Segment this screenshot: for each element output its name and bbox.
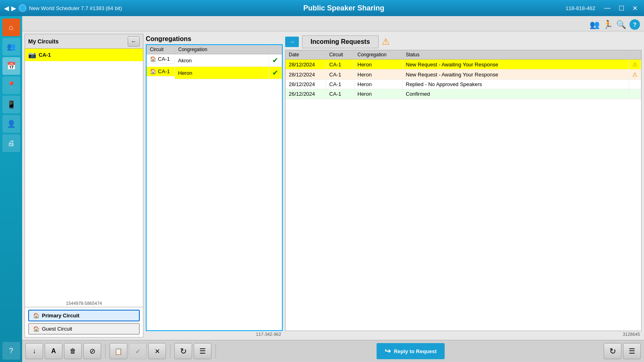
toolbar-add-btn[interactable]: A [45, 343, 62, 359]
primary-circuit-label: Primary Circuit [42, 313, 79, 319]
cong-row2-check: ✔ [269, 67, 282, 79]
globe-icon: 🌐 [19, 4, 27, 12]
toolbar-sep-3 [215, 344, 216, 358]
congregations-body[interactable]: Circuit Congregation 🏠 CA-1 Akron ✔ [146, 44, 283, 331]
center-title: Public Speaker Sharing [303, 4, 384, 12]
forward-button[interactable]: ▶ [11, 4, 16, 12]
sidebar-item-user[interactable]: 👤 [2, 115, 20, 133]
toolbar-x-btn[interactable]: ✕ [148, 343, 166, 359]
toolbar-sep-1 [105, 344, 106, 358]
cong-row2-name: Heron [175, 67, 269, 79]
top-search-icon-btn[interactable]: 🔍 [616, 20, 626, 29]
close-button[interactable]: ✕ [630, 4, 640, 13]
toolbar-delete-btn[interactable]: 🗑 [64, 343, 82, 359]
incoming-alert-icon: ⚠ [382, 37, 390, 47]
toolbar-card-btn[interactable]: 📋 [110, 343, 127, 359]
incoming-requests-body[interactable]: Date Circuit Congregation Status 28/12/2… [285, 50, 642, 331]
req-row3-circuit: CA-1 [326, 80, 354, 89]
circuit-item-ca1[interactable]: 📷 CA-1 [25, 49, 143, 61]
req-row3-date: 28/12/2024 [286, 80, 326, 89]
panels: My Circuits ← 📷 CA-1 1544978-5865474 🏠 P… [22, 31, 644, 340]
toolbar-section-2: 📋 ✓ ✕ [110, 343, 166, 359]
reply-btn-section: ↪ Reply to Request [220, 343, 601, 359]
sidebar-item-people[interactable]: 👥 [2, 38, 20, 56]
req-row3-warn [629, 80, 641, 89]
toolbar-right-section: ↻ ☰ [604, 343, 641, 359]
title-bar-right: 118-818-462 — ☐ ✕ [565, 4, 640, 13]
congregations-footer-id: 117-342-962 [146, 331, 283, 337]
sidebar-item-calendar[interactable]: 📅 [2, 57, 20, 75]
my-circuits-body: 📷 CA-1 [25, 49, 143, 300]
primary-circuit-btn[interactable]: 🏠 Primary Circuit [28, 310, 140, 321]
cong-row1-name: Akron [175, 54, 269, 67]
toolbar-down-btn[interactable]: ↓ [25, 343, 43, 359]
connection-id: 118-818-462 [565, 5, 595, 11]
col-header-status: Status [402, 50, 629, 60]
col-header-circuit: Circuit [147, 45, 175, 54]
sidebar-item-print[interactable]: 🖨 [2, 134, 20, 152]
house-icon-row2: 🏠 [150, 68, 156, 74]
req-row4-circuit: CA-1 [326, 89, 354, 99]
guest-circuit-btn[interactable]: 🏠 Guest Circuit [28, 323, 140, 335]
sidebar-item-help[interactable]: ? [2, 342, 20, 360]
col-header-congregation: Congregation [175, 45, 269, 54]
req-row1-status: New Request - Awaiting Your Response [402, 60, 629, 70]
req-row4-warn [629, 89, 641, 99]
col-header-circuit: Circuit [326, 50, 354, 60]
reply-to-request-btn[interactable]: ↪ Reply to Request [377, 343, 445, 359]
sidebar-item-home[interactable]: ⌂ [2, 19, 20, 36]
house-icon-primary: 🏠 [33, 313, 39, 319]
circuit-label-ca1: CA-1 [39, 52, 51, 58]
col-header-check [269, 45, 282, 54]
toolbar-list-left-btn[interactable]: ☰ [194, 343, 211, 359]
toolbar-refresh-left-btn[interactable]: ↻ [174, 343, 192, 359]
request-row-1[interactable]: 28/12/2024 CA-1 Heron New Request - Awai… [286, 60, 641, 70]
toolbar-section-1: ↓ A 🗑 ⊘ [25, 343, 101, 359]
incoming-arrow-btn[interactable]: → [285, 37, 299, 47]
cong-row1-circuit: 🏠 CA-1 [147, 54, 175, 64]
request-row-2[interactable]: 28/12/2024 CA-1 Heron New Request - Awai… [286, 70, 641, 80]
req-row1-congregation: Heron [354, 60, 402, 70]
content-area: 👥 🏃 🔍 ? My Circuits ← 📷 CA-1 1544978- [22, 16, 644, 362]
incoming-footer-id: 3128645 [285, 331, 642, 337]
req-row2-warn: ⚠ [629, 70, 641, 80]
top-question-icon-btn[interactable]: ? [630, 19, 640, 30]
toolbar-list-right-btn[interactable]: ☰ [623, 343, 641, 359]
incoming-requests-table: Date Circuit Congregation Status 28/12/2… [286, 50, 641, 99]
req-row1-date: 28/12/2024 [286, 60, 326, 70]
req-row1-circuit: CA-1 [326, 60, 354, 70]
request-row-3[interactable]: 28/12/2024 CA-1 Heron Replied - No Appro… [286, 80, 641, 89]
title-bar-left: ◀ ▶ 🌐 New World Scheduler 7.7 #1383 (64 … [4, 4, 122, 12]
col-header-date: Date [286, 50, 326, 60]
congregation-row[interactable]: 🏠 CA-1 Akron ✔ [147, 54, 282, 67]
top-run-icon-btn[interactable]: 🏃 [603, 20, 613, 29]
sidebar-item-map[interactable]: 📍 [2, 76, 20, 94]
back-button[interactable]: ◀ [4, 4, 9, 12]
incoming-header-row: → Incoming Requests ⚠ [285, 34, 642, 50]
sidebar-item-mobile[interactable]: 📱 [2, 96, 20, 113]
maximize-button[interactable]: ☐ [616, 4, 627, 13]
app-body: ⌂ 👥 📅 📍 📱 👤 🖨 ? 👥 🏃 🔍 ? My Circuits ← [0, 16, 644, 362]
toolbar-block-btn[interactable]: ⊘ [83, 343, 101, 359]
my-circuits-back-btn[interactable]: ← [128, 36, 140, 47]
congregations-table: Circuit Congregation 🏠 CA-1 Akron ✔ [147, 45, 282, 79]
col-header-congregation: Congregation [354, 50, 402, 60]
bottom-toolbar: ↓ A 🗑 ⊘ 📋 ✓ ✕ ↻ ☰ ↪ R [22, 340, 644, 362]
incoming-title: Incoming Requests [302, 35, 379, 48]
minimize-button[interactable]: — [602, 4, 613, 13]
window-controls: — ☐ ✕ [602, 4, 640, 13]
cong-row2-circuit: 🏠 CA-1 [147, 67, 175, 76]
request-row-4[interactable]: 26/12/2024 CA-1 Heron Confirmed [286, 89, 641, 99]
my-circuits-title: My Circuits [28, 38, 58, 45]
guest-circuit-label: Guest Circuit [42, 326, 72, 332]
congregations-title: Congregations [146, 34, 283, 44]
toolbar-check-btn[interactable]: ✓ [129, 343, 147, 359]
req-row1-warn: ⚠ [629, 60, 641, 70]
congregation-row-selected[interactable]: 🏠 CA-1 Heron ✔ [147, 67, 282, 79]
congregations-panel: Congregations Circuit Congregation [146, 34, 283, 337]
req-row4-date: 26/12/2024 [286, 89, 326, 99]
house-icon-row1: 🏠 [150, 56, 156, 62]
top-people-icon-btn[interactable]: 👥 [590, 20, 600, 29]
req-row2-date: 28/12/2024 [286, 70, 326, 80]
toolbar-refresh-right-btn[interactable]: ↻ [604, 343, 621, 359]
